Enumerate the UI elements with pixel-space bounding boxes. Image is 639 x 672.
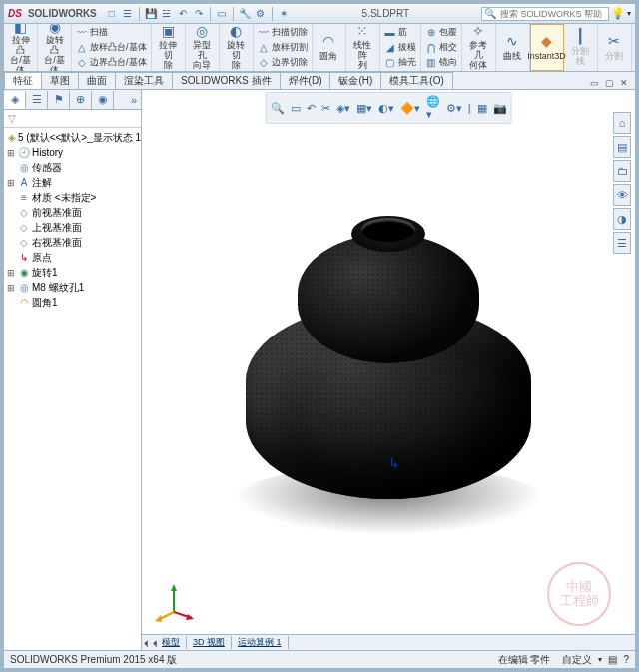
fm-tab-dim-icon[interactable]: ⊕ [70,91,92,109]
command-tabs: 特征 草图 曲面 渲染工具 SOLIDWORKS 插件 焊件(D) 钣金(H) … [4,72,635,90]
hole-wizard-button[interactable]: ◎异型孔向导 [186,24,220,71]
tree-revolve1[interactable]: ⊞◉旋转1 [4,265,141,280]
window-restore-icon[interactable]: ▢ [602,77,616,89]
move-copy-button[interactable]: ⇄移动/复制实体 [632,24,635,71]
revolved-cut-button[interactable]: ◐旋转切除 [220,24,254,71]
status-flag-icon[interactable]: ▤ [608,654,617,665]
help-search[interactable]: 🔍 [481,7,609,21]
status-dropdown-icon[interactable]: ▾ [598,655,602,664]
taskpane-view-icon[interactable]: 👁 [613,184,631,206]
linear-pattern-button[interactable]: ⁙线性阵列 [346,24,380,71]
tab-addins[interactable]: SOLIDWORKS 插件 [172,72,281,89]
print-icon[interactable]: ☱ [160,7,174,21]
redo-icon[interactable]: ↷ [192,7,206,21]
tree-sensors[interactable]: ◎传感器 [4,160,141,175]
fillet-button[interactable]: ◠圆角 [313,24,346,71]
svg-marker-1 [171,584,177,591]
help-icon[interactable]: 💡 [611,7,625,20]
options-icon[interactable]: ⚙ [254,7,268,21]
tab-3dview[interactable]: 3D 视图 [187,636,232,649]
fm-filter[interactable]: ▽ [4,110,141,128]
tree-history[interactable]: ⊞🕘History [4,145,141,160]
status-mode: 在编辑 零件 [498,653,551,667]
tab-sheetmetal[interactable]: 钣金(H) [329,72,381,89]
status-help-icon[interactable]: ? [623,654,629,665]
wrap-button[interactable]: ⊕包覆 [425,26,457,39]
taskpane-resources-icon[interactable]: ⌂ [613,112,631,134]
tree-plane-right[interactable]: ◇右视基准面 [4,235,141,250]
swept-boss-button[interactable]: 〰扫描 [76,26,147,39]
taskpane-library-icon[interactable]: ▤ [613,136,631,158]
quick-access-toolbar: □ ☰ 💾 ☱ ↶ ↷ ▭ 🔧 ⚙ ✶ [105,7,291,21]
tab-motion-study[interactable]: 运动算例 1 [232,636,289,649]
tab-features[interactable]: 特征 [4,72,42,89]
titlebar: DS SOLIDWORKS □ ☰ 💾 ☱ ↶ ↷ ▭ 🔧 ⚙ ✶ 5.SLDP… [4,4,635,24]
tab-surfaces[interactable]: 曲面 [78,72,116,89]
work-area: ◈ ☰ ⚑ ⊕ ◉ » ▽ ◈5 (默认<<默认>_显示状态 1>) ⊞🕘His… [4,90,635,650]
split-button[interactable]: ✂分割 [598,24,632,71]
taskpane-explorer-icon[interactable]: 🗀 [613,160,631,182]
undo-icon[interactable]: ↶ [176,7,190,21]
mirror-button[interactable]: ▥镜向 [425,56,457,69]
cut-stack: 〰扫描切除 △放样切割 ◇边界切除 [254,24,313,71]
tab-render[interactable]: 渲染工具 [115,72,173,89]
help-search-input[interactable] [498,9,608,19]
tree-root[interactable]: ◈5 (默认<<默认>_显示状态 1>) [4,130,141,145]
boundary-boss-button[interactable]: ◇边界凸台/基体 [76,56,147,69]
lofted-boss-button[interactable]: △放样凸台/基体 [76,41,147,54]
tab-moldtools[interactable]: 模具工具(O) [380,72,452,89]
fm-panel-tabs: ◈ ☰ ⚑ ⊕ ◉ » [4,90,141,110]
brand-text: SOLIDWORKS [28,8,97,19]
revolved-boss-button[interactable]: ◉旋转凸台/基体 [38,24,72,71]
tab-sketch[interactable]: 草图 [41,72,79,89]
intersect-button[interactable]: ⋂相交 [425,41,457,54]
taskpane-properties-icon[interactable]: ☰ [613,232,631,254]
swept-cut-button[interactable]: 〰扫描切除 [258,26,308,39]
fm-tab-property-icon[interactable]: ☰ [26,91,48,109]
gear-icon[interactable]: ✶ [277,7,291,21]
instant3d-button[interactable]: ◆Instant3D [530,24,564,71]
tab-model[interactable]: 模型 [156,636,187,649]
model-render: ↳ [142,90,635,650]
view-triad[interactable] [154,582,194,622]
open-icon[interactable]: ☰ [121,7,135,21]
fm-tab-display-icon[interactable]: ◉ [92,91,114,109]
save-icon[interactable]: 💾 [144,7,158,21]
window-minimize-icon[interactable]: ▭ [587,77,601,89]
tab-weldments[interactable]: 焊件(D) [280,72,331,89]
curves-button[interactable]: ∿曲线 [496,24,530,71]
taskpane-appearance-icon[interactable]: ◑ [613,208,631,230]
dropdown-icon[interactable]: ▾ [627,9,631,18]
fm-tab-arrow-icon[interactable]: » [114,91,141,109]
extruded-cut-button[interactable]: ▣拉伸切除 [152,24,186,71]
tree-plane-top[interactable]: ◇上视基准面 [4,220,141,235]
svg-marker-3 [186,614,194,620]
extruded-boss-button[interactable]: ◧拉伸凸台/基体 [4,24,38,71]
window-close-icon[interactable]: ✕ [617,77,631,89]
tree-annotations[interactable]: ⊞A注解 [4,175,141,190]
features-stack-b: ⊕包覆 ⋂相交 ▥镜向 [421,24,462,71]
fm-tab-tree-icon[interactable]: ◈ [4,91,26,109]
draft-button[interactable]: ◢拔模 [384,41,416,54]
part-cone [298,234,479,363]
tree-plane-front[interactable]: ◇前视基准面 [4,205,141,220]
split-line-button[interactable]: ┃分割线 [564,24,598,71]
viewport[interactable]: 🔍 ▭ ↶ ✂ ◈▾ ▦▾ ◐▾ 🔶▾ 🌐▾ ⚙▾ | ▦ 📷 [142,90,635,650]
shell-button[interactable]: ▢抽壳 [384,56,416,69]
tab-scroll-left-icon[interactable]: ⏴⏴ [142,638,156,648]
svg-marker-5 [155,615,162,622]
tree-fillet1[interactable]: ◠圆角1 [4,295,141,310]
tree-origin[interactable]: ↳原点 [4,250,141,265]
reference-geometry-button[interactable]: ✧参考几何体 [462,24,496,71]
rebuild-icon[interactable]: 🔧 [238,7,252,21]
rib-button[interactable]: ▬筋 [384,26,416,39]
tree-material[interactable]: ≡材质 <未指定> [4,190,141,205]
status-custom[interactable]: 自定义 [562,653,592,667]
features-stack-a: ▬筋 ◢拔模 ▢抽壳 [380,24,421,71]
select-icon[interactable]: ▭ [215,7,229,21]
lofted-cut-button[interactable]: △放样切割 [258,41,308,54]
boundary-cut-button[interactable]: ◇边界切除 [258,56,308,69]
fm-tab-config-icon[interactable]: ⚑ [48,91,70,109]
tree-thread-hole[interactable]: ⊞◎M8 螺纹孔1 [4,280,141,295]
new-icon[interactable]: □ [105,7,119,21]
